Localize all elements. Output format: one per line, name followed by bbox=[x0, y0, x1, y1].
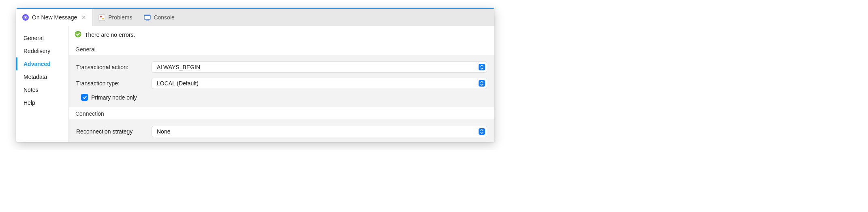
row-primary-node-only[interactable]: Primary node only bbox=[76, 91, 487, 102]
section-body-connection: Reconnection strategy None bbox=[69, 119, 494, 142]
svg-rect-9 bbox=[146, 20, 149, 21]
tabbar: On New Message ✕ Problems Consol bbox=[16, 9, 494, 26]
sidebar-item-advanced[interactable]: Advanced bbox=[16, 57, 68, 70]
problems-icon bbox=[98, 14, 105, 21]
svg-point-6 bbox=[102, 17, 104, 19]
close-icon[interactable]: ✕ bbox=[81, 14, 86, 21]
section-connection: Connection Reconnection strategy None bbox=[69, 107, 494, 142]
label-transaction-type: Transaction type: bbox=[76, 80, 145, 87]
section-body-general: Transactional action: ALWAYS_BEGIN Trans… bbox=[69, 55, 494, 107]
body: General Redelivery Advanced Metadata Not… bbox=[16, 26, 494, 142]
checkbox-primary-node-only[interactable] bbox=[81, 94, 88, 101]
sidebar: General Redelivery Advanced Metadata Not… bbox=[16, 26, 69, 142]
sidebar-item-metadata[interactable]: Metadata bbox=[16, 70, 68, 83]
chevron-updown-icon bbox=[479, 80, 485, 87]
select-transaction-type[interactable]: LOCAL (Default) bbox=[152, 78, 487, 89]
sidebar-item-help[interactable]: Help bbox=[16, 96, 68, 109]
tab-label: Problems bbox=[108, 14, 132, 21]
tab-problems[interactable]: Problems bbox=[92, 9, 138, 26]
ok-icon bbox=[75, 31, 81, 39]
sidebar-item-notes[interactable]: Notes bbox=[16, 83, 68, 96]
section-title-general: General bbox=[69, 43, 494, 55]
select-value: LOCAL (Default) bbox=[157, 80, 199, 87]
editor-window: On New Message ✕ Problems Consol bbox=[16, 8, 494, 142]
svg-point-2 bbox=[24, 17, 25, 18]
status-row: There are no errors. bbox=[69, 29, 494, 43]
status-message: There are no errors. bbox=[85, 32, 135, 38]
sidebar-item-redelivery[interactable]: Redelivery bbox=[16, 45, 68, 57]
chevron-updown-icon bbox=[479, 128, 485, 135]
label-reconnection-strategy: Reconnection strategy bbox=[76, 128, 145, 135]
chevron-updown-icon bbox=[479, 64, 485, 70]
svg-point-3 bbox=[26, 17, 27, 18]
select-reconnection-strategy[interactable]: None bbox=[152, 126, 487, 137]
label-primary-node-only: Primary node only bbox=[91, 94, 137, 101]
row-transactional-action: Transactional action: ALWAYS_BEGIN bbox=[76, 59, 487, 75]
svg-rect-1 bbox=[24, 17, 28, 19]
tab-console[interactable]: Console bbox=[138, 9, 180, 26]
message-source-icon bbox=[22, 14, 29, 21]
tab-label: Console bbox=[154, 14, 174, 21]
console-icon bbox=[143, 14, 151, 21]
select-transactional-action[interactable]: ALWAYS_BEGIN bbox=[152, 61, 487, 73]
label-transactional-action: Transactional action: bbox=[76, 64, 145, 70]
tab-label: On New Message bbox=[32, 14, 77, 21]
svg-rect-4 bbox=[99, 15, 105, 21]
section-title-connection: Connection bbox=[69, 107, 494, 119]
svg-point-5 bbox=[100, 15, 102, 17]
tab-on-new-message[interactable]: On New Message ✕ bbox=[16, 9, 92, 26]
select-value: ALWAYS_BEGIN bbox=[157, 64, 200, 70]
select-value: None bbox=[157, 128, 170, 135]
svg-rect-8 bbox=[144, 15, 150, 16]
row-transaction-type: Transaction type: LOCAL (Default) bbox=[76, 75, 487, 91]
content: There are no errors. General Transaction… bbox=[69, 26, 494, 142]
sidebar-item-general[interactable]: General bbox=[16, 32, 68, 45]
row-reconnection-strategy: Reconnection strategy None bbox=[76, 123, 487, 140]
section-general: General Transactional action: ALWAYS_BEG… bbox=[69, 43, 494, 107]
